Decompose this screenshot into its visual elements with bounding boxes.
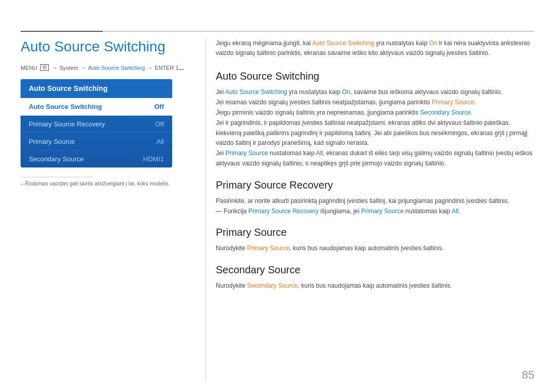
section-title-primary-source: Primary Source <box>216 227 534 238</box>
menu-item-label: Auto Source Switching <box>29 103 102 110</box>
footnote-rule <box>21 177 92 177</box>
menu-item-label: Primary Source Recovery <box>29 120 105 128</box>
menu-path: MENU III → System → Auto Source Switchin… <box>21 64 195 71</box>
menu-item-value: Off <box>154 103 164 110</box>
section-body-primary-source-recovery: Pasirinkite, ar norite atkurti pasirinkt… <box>216 196 534 217</box>
menu-label: MENU <box>21 65 37 71</box>
arrow3: → <box>147 65 153 71</box>
menu-item-value: HDMI1 <box>143 155 164 163</box>
system-label: System <box>60 65 79 71</box>
section-body-primary-source: Nurodykite Primary Source, kuris bus nau… <box>216 244 534 254</box>
menu-item-primary-source-recovery[interactable]: Primary Source Recovery Off <box>21 116 172 133</box>
right-panel: Jeigu ekraną mėginama įjungti, kai Auto … <box>216 39 534 302</box>
footnote: – Rodomas vaizdas gali skirtis atsižvelg… <box>21 177 195 186</box>
menu-item-value: All <box>157 138 164 145</box>
section-title-primary-source-recovery: Primary Source Recovery <box>216 179 534 191</box>
left-panel: Auto Source Switching MENU III → System … <box>21 39 195 186</box>
menu-box-header: Auto Source Switching <box>21 79 172 98</box>
menu-item-label: Secondary Source <box>29 155 84 163</box>
menu-box: Auto Source Switching Auto Source Switch… <box>21 79 172 167</box>
page-number: 85 <box>522 368 534 382</box>
section-label: Auto Source Switching <box>88 65 145 71</box>
inline-highlight-on: On <box>429 40 437 47</box>
arrow1: → <box>52 65 58 71</box>
menu-item-secondary-source[interactable]: Secondary Source HDMI1 <box>21 151 172 167</box>
menu-item-value: Off <box>155 120 164 128</box>
footnote-text: – Rodomas vaizdas gali skirtis atsižvelg… <box>21 180 170 186</box>
page-title: Auto Source Switching <box>21 39 195 55</box>
menu-item-auto-source-switching[interactable]: Auto Source Switching Off <box>21 98 172 116</box>
section-title-secondary-source: Secondary Source <box>216 264 534 276</box>
intro-paragraph: Jeigu ekraną mėginama įjungti, kai Auto … <box>216 39 534 58</box>
section-body-secondary-source: Nurodykite Secondary Source, kuris bus n… <box>216 281 534 291</box>
section-body-auto-source-switching: Jei Auto Source Switching yra nustatytas… <box>216 87 534 169</box>
enter-label: ENTER <box>155 65 174 71</box>
arrow2: → <box>80 65 86 71</box>
inline-highlight-auto: Auto Source Switching <box>312 40 374 47</box>
menu-item-primary-source[interactable]: Primary Source All <box>21 133 172 151</box>
menu-item-label: Primary Source <box>29 138 75 145</box>
enter-icon <box>177 65 184 70</box>
top-rule-accent <box>21 31 103 32</box>
section-title-auto-source-switching: Auto Source Switching <box>216 70 534 82</box>
vertical-divider <box>206 39 206 382</box>
menu-icon: III <box>40 64 48 71</box>
